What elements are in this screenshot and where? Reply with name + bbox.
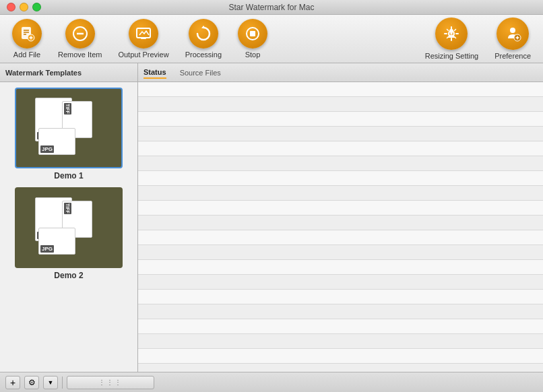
tab-status[interactable]: Status [143, 67, 166, 79]
processing-label: Processing [185, 51, 222, 59]
main-content: Watermark Templates PNG TIFF [0, 63, 543, 372]
svg-point-17 [449, 29, 453, 33]
template-thumb-demo2: PNG TIFF JPG [15, 187, 123, 268]
stripe-row [138, 245, 543, 260]
template-thumb-demo1: PNG TIFF JPG [15, 88, 123, 168]
stop-icon [238, 19, 267, 48]
output-preview-button[interactable]: Output Preview [111, 15, 175, 63]
template-item-demo1[interactable]: PNG TIFF JPG Demo 1 [5, 88, 132, 181]
processing-button[interactable]: Processing [179, 15, 228, 63]
settings-button[interactable]: ⚙ [24, 376, 39, 389]
jpg-file-icon: JPG [38, 128, 75, 155]
stripe-row [138, 112, 543, 127]
stripe-row [138, 201, 543, 216]
template-item-demo2[interactable]: PNG TIFF JPG Demo 2 [5, 187, 132, 280]
template-name-demo1: Demo 1 [54, 171, 83, 181]
stop-button[interactable]: Stop [231, 15, 274, 63]
jpg-label-2: JPG [40, 245, 54, 253]
tab-source-files[interactable]: Source Files [180, 67, 221, 78]
stripe-row [138, 275, 543, 290]
add-template-button[interactable]: + [5, 376, 20, 389]
preference-icon [497, 18, 529, 50]
stripe-row [138, 97, 543, 112]
toolbar-right: Resizing Setting Preference [418, 13, 538, 64]
jpg-file-icon-2: JPG [38, 228, 75, 255]
right-panel: Status Source Files [138, 63, 543, 372]
bottom-bar: + ⚙ ▼ ⋮⋮⋮ [0, 372, 543, 392]
templates-header: Watermark Templates [0, 63, 137, 82]
output-preview-icon [129, 19, 158, 48]
close-button[interactable] [7, 3, 15, 11]
svg-rect-10 [141, 38, 146, 39]
striped-content [138, 82, 543, 372]
stripe-row [138, 171, 543, 186]
remove-item-label: Remove Item [58, 51, 102, 59]
jpg-label: JPG [40, 145, 54, 153]
title-bar: Star Watermark for Mac [0, 0, 543, 15]
window-title: Star Watermark for Mac [229, 3, 315, 12]
maximize-button[interactable] [32, 3, 41, 11]
bottom-divider [62, 377, 63, 389]
add-file-button[interactable]: Add File [5, 15, 49, 63]
templates-list: PNG TIFF JPG Demo 1 [0, 82, 137, 372]
resizing-setting-button[interactable]: Resizing Setting [418, 13, 486, 64]
stripe-row [138, 156, 543, 171]
traffic-lights [7, 3, 41, 11]
resize-handle[interactable]: ⋮⋮⋮ [67, 376, 154, 389]
add-file-icon [12, 19, 42, 48]
tiff-label-2: TIFF [64, 203, 71, 214]
resizing-setting-icon [435, 18, 468, 50]
add-file-label: Add File [13, 51, 40, 59]
stripe-row [138, 319, 543, 334]
minimize-button[interactable] [20, 3, 28, 11]
stripe-row [138, 364, 543, 372]
stripe-row [138, 260, 543, 275]
resize-dots: ⋮⋮⋮ [98, 379, 123, 386]
tiff-label: TIFF [64, 103, 71, 115]
svg-rect-13 [250, 31, 255, 36]
remove-item-icon [65, 19, 95, 48]
remove-item-button[interactable]: Remove Item [51, 15, 108, 63]
left-panel: Watermark Templates PNG TIFF [0, 63, 138, 372]
stripe-row [138, 216, 543, 230]
toolbar: Add File Remove Item Output Preview [0, 15, 543, 63]
tabs-bar: Status Source Files [138, 63, 543, 82]
resizing-setting-label: Resizing Setting [425, 52, 479, 60]
output-preview-label: Output Preview [118, 51, 168, 59]
template-thumb-inner-demo1: PNG TIFF JPG [35, 98, 102, 158]
template-thumb-inner-demo2: PNG TIFF JPG [35, 197, 102, 258]
chevron-button[interactable]: ▼ [43, 376, 58, 389]
stripe-row [138, 82, 543, 97]
processing-icon [189, 19, 218, 48]
preference-label: Preference [494, 52, 531, 60]
stripe-row [138, 304, 543, 319]
stripe-row [138, 334, 543, 349]
svg-point-18 [510, 28, 515, 33]
stripe-row [138, 127, 543, 141]
stripe-row [138, 290, 543, 304]
stripe-row [138, 349, 543, 364]
stripe-row [138, 141, 543, 156]
preference-button[interactable]: Preference [488, 13, 538, 64]
stripe-row [138, 186, 543, 201]
template-name-demo2: Demo 2 [54, 271, 83, 280]
stripe-row [138, 230, 543, 245]
stop-label: Stop [245, 51, 261, 59]
